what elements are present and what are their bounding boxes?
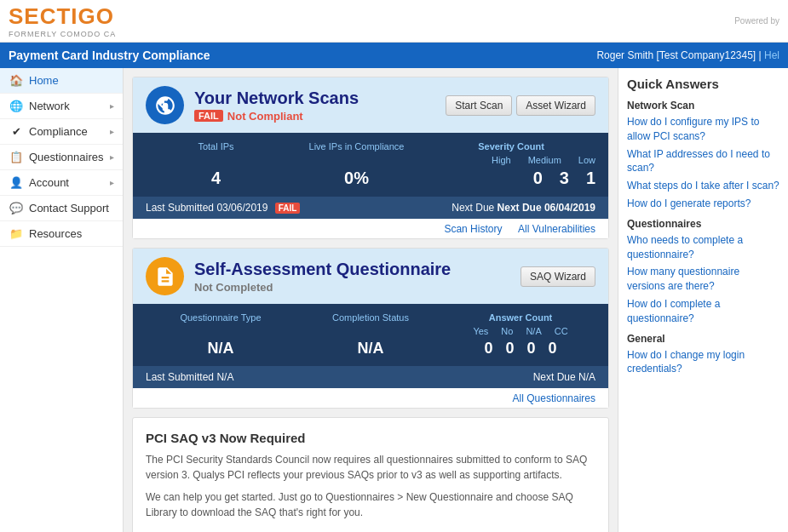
top-bar: SECTIGO FORMERLY COMODO CA Powered by xyxy=(0,0,788,43)
saq-header-left: Self-Assessment Questionnaire Not Comple… xyxy=(146,257,451,295)
help-link[interactable]: Hel xyxy=(764,49,779,61)
saq-type-value: N/A xyxy=(208,340,234,357)
notice-title: PCI SAQ v3 Now Required xyxy=(146,431,595,445)
total-ips-value: 4 xyxy=(211,169,221,187)
network-scans-data-table: Total IPs Live IPs in Compliance Severit… xyxy=(133,133,608,197)
nav-user: Roger Smith [Test Company12345] | Hel xyxy=(596,49,779,61)
live-ips-header: Live IPs in Compliance xyxy=(286,141,427,152)
notice-card: PCI SAQ v3 Now Required The PCI Security… xyxy=(132,417,609,532)
asset-wizard-button[interactable]: Asset Wizard xyxy=(516,95,595,116)
resources-icon: 📁 xyxy=(9,227,24,240)
network-scans-links: Scan History All Vulnerabilities xyxy=(133,219,608,238)
no-label: No xyxy=(501,326,513,336)
na-label: N/A xyxy=(526,326,541,336)
qa-link-8[interactable]: How do I change my login credentials? xyxy=(627,348,779,377)
powered-by: Powered by xyxy=(734,16,779,26)
qa-link-2[interactable]: What IP addresses do I need to scan? xyxy=(627,147,779,176)
qa-section-network: Network Scan xyxy=(627,100,779,112)
saq-completion-header: Completion Status xyxy=(296,312,446,323)
saq-footer: Last Submitted N/A Next Due N/A xyxy=(133,366,608,388)
low-value: 1 xyxy=(586,169,595,187)
qa-section-questionnaires: Questionnaires xyxy=(627,218,779,230)
chevron-right-icon: ▸ xyxy=(110,101,114,111)
network-scans-header-left: Your Network Scans FAIL Not Compliant xyxy=(146,86,359,124)
qa-link-4[interactable]: How do I generate reports? xyxy=(627,197,779,211)
network-scans-status-text: Not Compliant xyxy=(227,110,303,123)
notice-text2: We can help you get started. Just go to … xyxy=(146,489,595,520)
sidebar-label-questionnaires: Questionnaires xyxy=(29,151,103,163)
sidebar-label-account: Account xyxy=(29,176,69,189)
sidebar-item-network[interactable]: 🌐 Network ▸ xyxy=(0,94,123,119)
saq-actions: SAQ Wizard xyxy=(521,266,595,287)
logo: SECTIGO FORMERLY COMODO CA xyxy=(9,3,116,38)
account-icon: 👤 xyxy=(9,176,24,189)
saq-type-header: Questionnaire Type xyxy=(146,312,296,323)
qa-link-5[interactable]: Who needs to complete a questionnaire? xyxy=(627,233,779,262)
answer-count-label: Answer Count xyxy=(489,312,553,323)
total-ips-header: Total IPs xyxy=(146,141,286,152)
sidebar-item-compliance[interactable]: ✔ Compliance ▸ xyxy=(0,119,123,145)
live-ips-value: 0% xyxy=(344,169,369,187)
right-panel: Quick Answers Network Scan How do I conf… xyxy=(618,68,788,532)
sidebar-item-account[interactable]: 👤 Account ▸ xyxy=(0,170,123,196)
na-value: 0 xyxy=(527,340,536,358)
qa-link-1[interactable]: How do I configure my IPS to allow PCI s… xyxy=(627,115,779,144)
questionnaires-icon: 📋 xyxy=(9,151,24,163)
saq-title: Self-Assessment Questionnaire xyxy=(194,260,451,279)
saq-completion-value: N/A xyxy=(358,340,384,357)
start-scan-button[interactable]: Start Scan xyxy=(446,95,512,116)
sidebar-item-contact[interactable]: 💬 Contact Support xyxy=(0,196,123,221)
sidebar-label-resources: Resources xyxy=(29,227,82,240)
saq-footer-submitted: Last Submitted N/A xyxy=(146,371,233,383)
network-scans-title: Your Network Scans xyxy=(194,89,359,108)
chevron-right-icon4: ▸ xyxy=(110,178,114,187)
sidebar-label-network: Network xyxy=(29,100,70,112)
saq-wizard-button[interactable]: SAQ Wizard xyxy=(521,266,595,287)
saq-footer-next: Next Due N/A xyxy=(533,371,595,383)
compliance-icon: ✔ xyxy=(9,125,24,138)
sidebar-item-resources[interactable]: 📁 Resources xyxy=(0,221,123,247)
notice-text1: The PCI Security Standards Council now r… xyxy=(146,452,595,483)
next-due-label: Next Due xyxy=(452,202,497,214)
network-scans-title-area: Your Network Scans FAIL Not Compliant xyxy=(194,89,359,123)
sidebar-label-home: Home xyxy=(29,74,59,87)
footer-fail-badge: FAIL xyxy=(275,203,301,214)
fail-badge: FAIL xyxy=(194,110,223,122)
logo-s: S xyxy=(9,3,24,29)
sidebar-item-questionnaires[interactable]: 📋 Questionnaires ▸ xyxy=(0,145,123,170)
qa-link-3[interactable]: What steps do I take after I scan? xyxy=(627,179,779,193)
network-icon: 🌐 xyxy=(9,100,24,112)
chevron-right-icon2: ▸ xyxy=(110,127,114,136)
all-vulnerabilities-link[interactable]: All Vulnerabilities xyxy=(518,223,595,235)
main-content: Your Network Scans FAIL Not Compliant St… xyxy=(124,68,618,532)
qa-link-6[interactable]: How many questionnaire versions are ther… xyxy=(627,265,779,294)
cc-label: CC xyxy=(555,326,568,336)
logo-text: SECTIGO xyxy=(9,3,116,30)
nav-bar: Payment Card Industry Compliance Roger S… xyxy=(0,43,788,68)
cc-value: 0 xyxy=(549,340,557,358)
quick-answers-title: Quick Answers xyxy=(627,77,779,91)
sidebar-item-home[interactable]: 🏠 Home xyxy=(0,68,123,94)
saq-data-table: Questionnaire Type Completion Status Ans… xyxy=(133,304,608,366)
saq-header: Self-Assessment Questionnaire Not Comple… xyxy=(133,249,608,304)
medium-label: Medium xyxy=(528,155,561,165)
saq-links: All Questionnaires xyxy=(133,388,608,408)
network-scans-status: FAIL Not Compliant xyxy=(194,110,359,123)
medium-value: 3 xyxy=(560,169,569,187)
nav-title: Payment Card Industry Compliance xyxy=(9,49,210,62)
scan-history-link[interactable]: Scan History xyxy=(444,223,502,235)
footer-next-due: Next Due Next Due 06/04/2019 xyxy=(452,202,595,214)
network-scans-card: Your Network Scans FAIL Not Compliant St… xyxy=(132,77,609,239)
network-scans-header: Your Network Scans FAIL Not Compliant St… xyxy=(133,77,608,133)
footer-submitted: Last Submitted 03/06/2019 FAIL xyxy=(146,202,300,214)
no-value: 0 xyxy=(505,340,514,358)
saq-status: Not Completed xyxy=(194,281,451,294)
all-questionnaires-link[interactable]: All Questionnaires xyxy=(513,392,595,404)
support-icon: 💬 xyxy=(9,202,24,215)
layout: 🏠 Home 🌐 Network ▸ ✔ Compliance ▸ 📋 Ques… xyxy=(0,68,788,532)
low-label: Low xyxy=(578,155,595,165)
network-scan-icon xyxy=(146,86,184,124)
saq-title-area: Self-Assessment Questionnaire Not Comple… xyxy=(194,260,451,294)
saq-status-text: Not Completed xyxy=(194,281,273,294)
qa-link-7[interactable]: How do I complete a questionnaire? xyxy=(627,297,779,326)
